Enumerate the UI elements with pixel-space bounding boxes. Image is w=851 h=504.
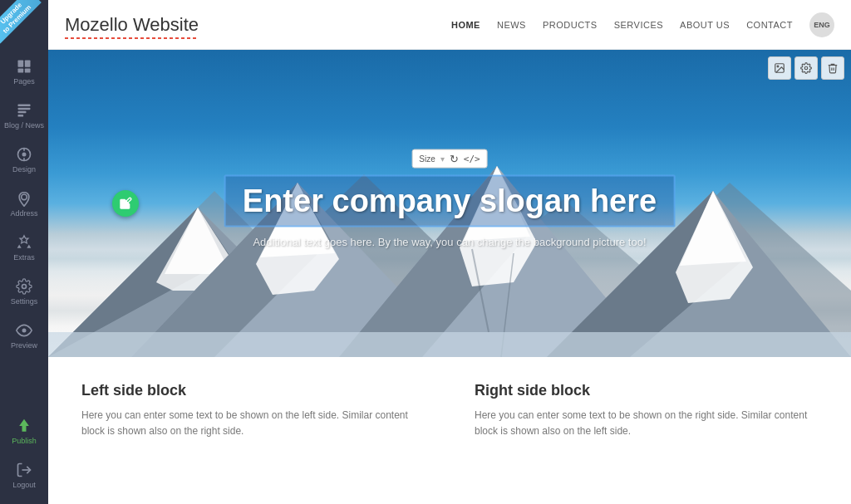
upgrade-ribbon-label[interactable]: Upgradeto Premium bbox=[0, 0, 42, 44]
svg-rect-7 bbox=[18, 115, 24, 117]
publish-icon bbox=[16, 418, 32, 434]
edit-circle-button[interactable] bbox=[112, 190, 139, 217]
sidebar-item-preview[interactable]: Preview bbox=[0, 314, 48, 358]
pages-icon bbox=[16, 58, 32, 75]
nav-news[interactable]: NEWS bbox=[497, 20, 526, 30]
blog-icon bbox=[16, 102, 32, 119]
hero-settings-button[interactable] bbox=[794, 56, 818, 80]
sidebar-item-publish[interactable]: Publish bbox=[0, 409, 48, 453]
address-label: Address bbox=[10, 209, 37, 218]
settings-label: Settings bbox=[11, 297, 38, 306]
svg-rect-1 bbox=[25, 61, 31, 67]
content-blocks: Left side block Here you can enter some … bbox=[48, 357, 851, 504]
upgrade-banner[interactable]: Upgradeto Premium bbox=[0, 0, 48, 48]
sidebar-item-settings[interactable]: Settings bbox=[0, 270, 48, 314]
nav-services[interactable]: SERVICES bbox=[614, 20, 663, 30]
svg-rect-0 bbox=[18, 61, 24, 67]
size-label: Size bbox=[419, 154, 435, 164]
hero-delete-button[interactable] bbox=[821, 56, 844, 80]
pages-label: Pages bbox=[13, 77, 35, 86]
code-icon: </> bbox=[464, 154, 480, 164]
main-content: Mozello Website HOME NEWS PRODUCTS SERVI… bbox=[48, 0, 851, 504]
language-selector[interactable]: ENG bbox=[809, 12, 834, 37]
hero-image-button[interactable] bbox=[768, 56, 791, 80]
svg-rect-3 bbox=[25, 69, 31, 73]
hero-content-area: Size ▾ ↻ </> Enter company slogan here A… bbox=[129, 149, 771, 248]
hero-toolbar-row: Size ▾ ↻ </> bbox=[129, 149, 771, 169]
hero-toolbar[interactable]: Size ▾ ↻ </> bbox=[411, 149, 487, 169]
extras-label: Extras bbox=[13, 253, 35, 262]
right-block-title: Right side block bbox=[475, 382, 818, 399]
right-block-text: Here you can enter some text to be shown… bbox=[475, 408, 818, 439]
svg-rect-2 bbox=[18, 69, 24, 73]
svg-rect-4 bbox=[18, 105, 31, 107]
trash-icon bbox=[827, 62, 839, 74]
design-icon bbox=[16, 146, 32, 163]
nav-products[interactable]: PRODUCTS bbox=[543, 20, 598, 30]
left-block-text: Here you can enter some text to be shown… bbox=[81, 408, 425, 439]
sidebar-item-design[interactable]: Design bbox=[0, 138, 48, 182]
extras-icon bbox=[16, 234, 32, 251]
svg-point-13 bbox=[22, 285, 27, 289]
svg-rect-5 bbox=[18, 108, 31, 110]
preview-label: Preview bbox=[11, 341, 37, 350]
svg-point-41 bbox=[804, 66, 808, 70]
svg-point-40 bbox=[777, 66, 779, 67]
left-block-title: Left side block bbox=[81, 382, 425, 399]
logout-label: Logout bbox=[12, 481, 36, 489]
nav-home[interactable]: HOME bbox=[451, 20, 480, 30]
hero-section: Size ▾ ↻ </> Enter company slogan here A… bbox=[48, 50, 851, 357]
blog-label: Blog / News bbox=[4, 121, 44, 130]
slogan-box[interactable]: Enter company slogan here bbox=[224, 175, 675, 228]
image-icon bbox=[774, 62, 785, 74]
svg-point-9 bbox=[22, 153, 27, 157]
top-navbar: Mozello Website HOME NEWS PRODUCTS SERVI… bbox=[48, 0, 851, 50]
design-label: Design bbox=[12, 165, 36, 174]
svg-rect-6 bbox=[18, 111, 27, 114]
svg-rect-38 bbox=[48, 332, 851, 357]
svg-point-14 bbox=[22, 329, 27, 333]
publish-label: Publish bbox=[12, 437, 37, 445]
gear-icon bbox=[800, 62, 812, 74]
nav-contact[interactable]: CONTACT bbox=[746, 20, 793, 30]
hero-subtext: Additional text goes here. By the way, y… bbox=[129, 236, 771, 248]
left-block: Left side block Here you can enter some … bbox=[81, 382, 425, 479]
settings-icon bbox=[16, 278, 32, 295]
edit-icon bbox=[119, 197, 132, 210]
sidebar-item-blog[interactable]: Blog / News bbox=[0, 94, 48, 138]
sidebar: Upgradeto Premium Pages Blog / News Desi… bbox=[0, 0, 48, 504]
hero-controls bbox=[768, 56, 844, 80]
logout-icon bbox=[16, 462, 32, 478]
sidebar-item-logout[interactable]: Logout bbox=[0, 453, 48, 497]
site-title[interactable]: Mozello Website bbox=[65, 14, 199, 36]
address-icon bbox=[16, 190, 32, 207]
sidebar-item-pages[interactable]: Pages bbox=[0, 50, 48, 94]
svg-point-12 bbox=[22, 194, 27, 200]
refresh-icon: ↻ bbox=[450, 153, 459, 165]
preview-icon bbox=[16, 322, 32, 339]
nav-about[interactable]: ABOUT US bbox=[680, 20, 730, 30]
right-block: Right side block Here you can enter some… bbox=[475, 382, 818, 479]
nav-links: HOME NEWS PRODUCTS SERVICES ABOUT US CON… bbox=[451, 12, 834, 37]
hero-slogan: Enter company slogan here bbox=[243, 183, 657, 219]
sidebar-item-address[interactable]: Address bbox=[0, 182, 48, 226]
sidebar-item-extras[interactable]: Extras bbox=[0, 226, 48, 270]
